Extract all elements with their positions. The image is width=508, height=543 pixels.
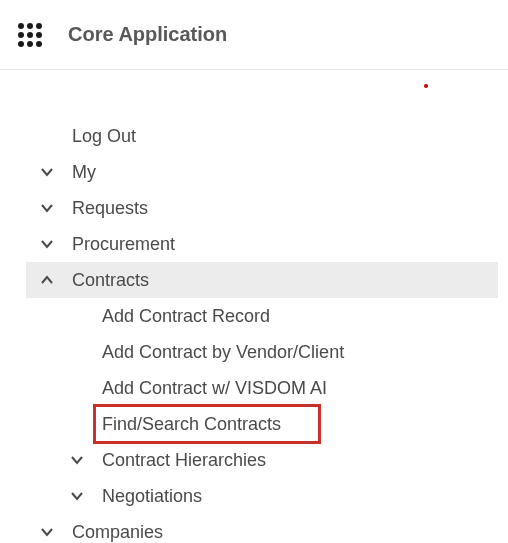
nav-label: Requests	[72, 198, 508, 219]
nav-item-procurement[interactable]: Procurement	[0, 226, 508, 262]
nav-label: Add Contract Record	[102, 306, 508, 327]
app-title: Core Application	[68, 23, 227, 46]
nav-label: Procurement	[72, 234, 508, 255]
nav-item-companies[interactable]: Companies	[0, 514, 508, 543]
nav-item-contract-hierarchies[interactable]: Contract Hierarchies	[0, 442, 508, 478]
nav-label: Contract Hierarchies	[102, 450, 508, 471]
nav-item-add-contract-record[interactable]: Add Contract Record	[0, 298, 508, 334]
nav-item-find-search-contracts[interactable]: Find/Search Contracts	[0, 406, 508, 442]
chevron-down-icon	[70, 453, 84, 467]
nav-label: Contracts	[72, 270, 498, 291]
chevron-down-icon	[40, 237, 54, 251]
nav-label: Add Contract w/ VISDOM AI	[102, 378, 508, 399]
nav-item-contracts[interactable]: Contracts	[26, 262, 498, 298]
chevron-up-icon	[40, 273, 54, 287]
nav-item-negotiations[interactable]: Negotiations	[0, 478, 508, 514]
app-header: Core Application	[0, 0, 508, 70]
side-nav: Log Out My Requests Procurement Contract…	[0, 70, 508, 543]
apps-grid-icon[interactable]	[16, 21, 44, 49]
nav-label: Companies	[72, 522, 508, 543]
nav-label: Log Out	[72, 126, 508, 147]
nav-item-my[interactable]: My	[0, 154, 508, 190]
nav-label: Add Contract by Vendor/Client	[102, 342, 508, 363]
chevron-down-icon	[40, 165, 54, 179]
nav-item-logout[interactable]: Log Out	[0, 118, 508, 154]
chevron-down-icon	[40, 201, 54, 215]
nav-label: Negotiations	[102, 486, 508, 507]
chevron-down-icon	[40, 525, 54, 539]
nav-item-requests[interactable]: Requests	[0, 190, 508, 226]
nav-label: Find/Search Contracts	[102, 414, 508, 435]
nav-item-add-contract-visdom[interactable]: Add Contract w/ VISDOM AI	[0, 370, 508, 406]
nav-label: My	[72, 162, 508, 183]
nav-item-add-contract-vendor[interactable]: Add Contract by Vendor/Client	[0, 334, 508, 370]
chevron-down-icon	[70, 489, 84, 503]
